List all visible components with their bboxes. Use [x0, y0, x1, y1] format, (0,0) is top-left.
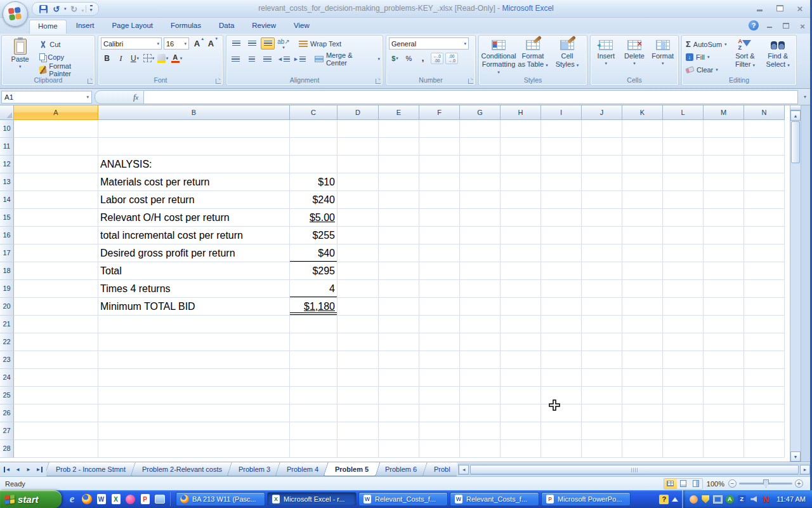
- cell-F22[interactable]: [419, 333, 460, 351]
- cell-G15[interactable]: [460, 209, 501, 227]
- workbook-minimize-button[interactable]: [764, 22, 775, 30]
- cell-A23[interactable]: [14, 351, 98, 369]
- cell-J15[interactable]: [582, 209, 622, 227]
- cell-J18[interactable]: [582, 262, 622, 280]
- cell-M24[interactable]: [704, 369, 744, 387]
- top-align-button[interactable]: [229, 37, 243, 50]
- cell-A17[interactable]: [14, 244, 98, 262]
- cell-J16[interactable]: [582, 227, 622, 244]
- cell-G26[interactable]: [460, 404, 501, 422]
- cell-E18[interactable]: [379, 262, 419, 280]
- zoom-out-button[interactable]: −: [728, 479, 737, 488]
- cell-E28[interactable]: [379, 440, 419, 458]
- cell-C18[interactable]: $295: [290, 262, 337, 280]
- cell-I28[interactable]: [541, 440, 582, 458]
- cell-J28[interactable]: [582, 440, 622, 458]
- align-center-button[interactable]: [245, 53, 259, 65]
- cell-I21[interactable]: [541, 316, 582, 333]
- underline-button[interactable]: U: [129, 52, 141, 64]
- nod32-tray-icon[interactable]: [761, 494, 771, 504]
- comma-style-button[interactable]: [417, 52, 429, 64]
- cell-D21[interactable]: [337, 316, 379, 333]
- cell-H10[interactable]: [501, 120, 541, 138]
- decrease-decimal-button[interactable]: [445, 53, 458, 64]
- cell-C24[interactable]: [290, 369, 337, 387]
- cell-D28[interactable]: [337, 440, 379, 458]
- normal-view-button[interactable]: [664, 479, 677, 489]
- sort-filter-button[interactable]: AZ Sort & Filter: [730, 37, 761, 75]
- cell-L17[interactable]: [663, 244, 704, 262]
- cell-F17[interactable]: [419, 244, 460, 262]
- decrease-indent-button[interactable]: ◄: [277, 53, 291, 65]
- cell-I27[interactable]: [541, 422, 582, 440]
- cell-B23[interactable]: [98, 351, 290, 369]
- number-format-dropdown-arrow[interactable]: [464, 41, 466, 46]
- shrink-font-button[interactable]: A▼: [205, 37, 217, 50]
- cell-A25[interactable]: [14, 387, 98, 404]
- office-button[interactable]: [3, 1, 28, 27]
- cell-J17[interactable]: [582, 244, 622, 262]
- cell-I12[interactable]: [541, 156, 582, 173]
- cell-D26[interactable]: [337, 404, 379, 422]
- cell-I22[interactable]: [541, 333, 582, 351]
- cell-J12[interactable]: [582, 156, 622, 173]
- cell-A16[interactable]: [14, 227, 98, 244]
- column-header-M[interactable]: M: [704, 105, 744, 120]
- column-header-C[interactable]: C: [290, 105, 337, 120]
- cell-K11[interactable]: [622, 138, 663, 156]
- sheet-tab-problem-2-relevant-costs[interactable]: Problem 2-Relevant costs: [130, 462, 233, 476]
- cell-F11[interactable]: [419, 138, 460, 156]
- page-break-view-button[interactable]: [690, 479, 702, 489]
- column-header-N[interactable]: N: [744, 105, 785, 120]
- copy-button[interactable]: Copy: [38, 51, 92, 62]
- row-header-22[interactable]: 22: [0, 333, 14, 351]
- format-cells-dropdown-arrow[interactable]: [662, 61, 664, 66]
- cell-B24[interactable]: [98, 369, 290, 387]
- cell-N27[interactable]: [744, 422, 785, 440]
- cell-G22[interactable]: [460, 333, 501, 351]
- internet-explorer-icon[interactable]: [65, 492, 79, 506]
- cell-L18[interactable]: [663, 262, 704, 280]
- sheet-tab-probl[interactable]: Probl: [422, 462, 457, 476]
- cell-H27[interactable]: [501, 422, 541, 440]
- cell-L20[interactable]: [663, 298, 704, 316]
- cell-I16[interactable]: [541, 227, 582, 244]
- cell-I20[interactable]: [541, 298, 582, 316]
- cell-H25[interactable]: [501, 387, 541, 404]
- messenger-tray-icon[interactable]: [688, 494, 698, 504]
- cell-K22[interactable]: [622, 333, 663, 351]
- cell-C16[interactable]: $255: [290, 227, 337, 244]
- cell-styles-dropdown-arrow[interactable]: [577, 63, 579, 67]
- cell-F25[interactable]: [419, 387, 460, 404]
- name-box-dropdown-arrow[interactable]: [86, 95, 89, 100]
- column-header-I[interactable]: I: [541, 105, 582, 120]
- cell-M10[interactable]: [704, 120, 744, 138]
- cell-D17[interactable]: [337, 244, 379, 262]
- cell-J22[interactable]: [582, 333, 622, 351]
- row-header-18[interactable]: 18: [0, 262, 14, 280]
- cell-F27[interactable]: [419, 422, 460, 440]
- cell-M18[interactable]: [704, 262, 744, 280]
- cell-A18[interactable]: [14, 262, 98, 280]
- sheet-tab-prob-2-income-stmnt[interactable]: Prob 2 - Income Stmnt: [46, 462, 138, 476]
- vertical-scroll-thumb[interactable]: [791, 121, 800, 163]
- alignment-dialog-launcher[interactable]: [376, 79, 381, 84]
- font-color-button[interactable]: A: [171, 52, 183, 64]
- column-header-F[interactable]: F: [419, 105, 460, 120]
- cell-J21[interactable]: [582, 316, 622, 333]
- cell-A26[interactable]: [14, 404, 98, 422]
- task-button-relevant-costs-f[interactable]: Relevant_Costs_f...: [450, 492, 539, 506]
- font-name-combobox[interactable]: Calibri: [101, 37, 162, 50]
- paste-button[interactable]: Paste: [4, 37, 36, 75]
- cell-C10[interactable]: [290, 120, 337, 138]
- column-header-D[interactable]: D: [337, 105, 379, 120]
- cell-L25[interactable]: [663, 387, 704, 404]
- cell-I11[interactable]: [541, 138, 582, 156]
- cell-C26[interactable]: [290, 404, 337, 422]
- cell-N25[interactable]: [744, 387, 785, 404]
- cell-B17[interactable]: Desired gross profit per return: [98, 244, 290, 262]
- zoom-in-button[interactable]: +: [795, 479, 803, 488]
- cell-J10[interactable]: [582, 120, 622, 138]
- cell-B12[interactable]: ANALYSIS:: [98, 156, 290, 173]
- column-header-J[interactable]: J: [582, 105, 622, 120]
